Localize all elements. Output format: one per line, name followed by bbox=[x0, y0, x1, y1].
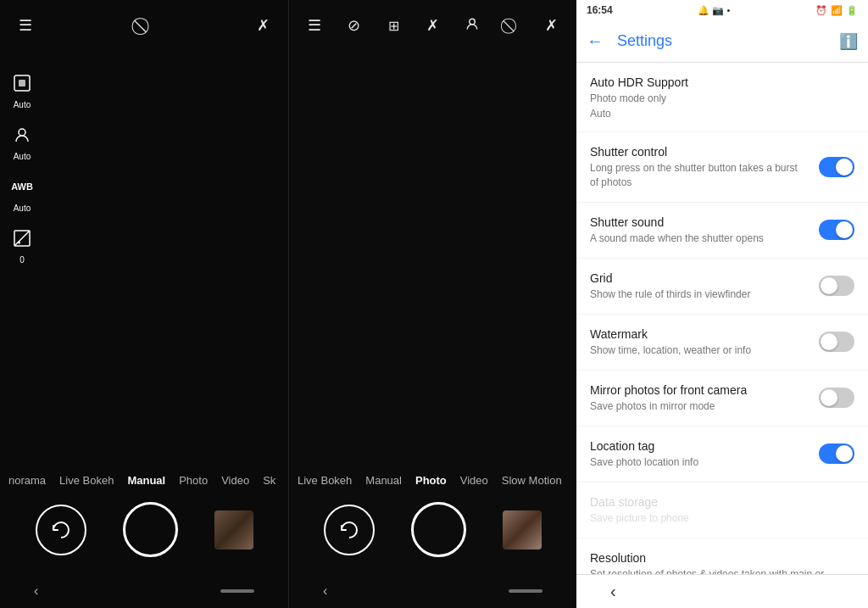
right-timer-off-icon[interactable]: ⃠ bbox=[500, 17, 524, 35]
exposure-icon bbox=[7, 223, 37, 254]
setting-mirror-photos-desc: Save photos in mirror mode bbox=[590, 399, 809, 414]
right-nav-back[interactable]: ‹ bbox=[323, 583, 327, 599]
status-notif-icons: 🔔 📷 • bbox=[698, 5, 730, 16]
battery-icon: 🔋 bbox=[846, 5, 858, 16]
mode-icon bbox=[7, 68, 37, 98]
right-mode-video[interactable]: Video bbox=[460, 474, 488, 487]
left-ctrl-awb[interactable]: AWB Auto bbox=[7, 171, 37, 213]
mode-manual[interactable]: Manual bbox=[127, 474, 165, 487]
left-camera-panel: ☰ ⃠ ✗ Auto Auto AWB Auto bbox=[0, 0, 288, 608]
setting-shutter-control-desc: Long press on the shutter button takes a… bbox=[590, 161, 809, 190]
left-flash-icon[interactable]: ✗ bbox=[251, 16, 275, 35]
setting-watermark[interactable]: Watermark Show time, location, weather o… bbox=[576, 315, 868, 371]
setting-auto-hdr-value: Auto bbox=[590, 108, 844, 120]
setting-grid-desc: Show the rule of thirds in viewfinder bbox=[590, 287, 809, 302]
right-mode-strip[interactable]: Live Bokeh Manual Photo Video Slow Motio… bbox=[289, 467, 576, 494]
right-menu-icon[interactable]: ☰ bbox=[303, 16, 326, 35]
right-nav-bar: ‹ bbox=[289, 574, 576, 608]
right-camera-panel: ☰ ⊘ ⊞ ✗ ⃠ ✗ Live Bokeh Manual Photo Vide… bbox=[288, 0, 576, 608]
setting-location-tag-toggle[interactable] bbox=[819, 443, 854, 464]
left-nav-back[interactable]: ‹ bbox=[34, 583, 38, 599]
right-tool-icon[interactable]: ⊞ bbox=[381, 18, 405, 34]
left-rotate-btn[interactable] bbox=[36, 505, 86, 555]
toggle-track bbox=[819, 443, 854, 464]
left-nav-pill bbox=[220, 589, 254, 593]
mode-photo[interactable]: Photo bbox=[179, 474, 208, 487]
setting-shutter-sound[interactable]: Shutter sound A sound made when the shut… bbox=[576, 203, 868, 259]
right-mode-live-bokeh[interactable]: Live Bokeh bbox=[298, 474, 352, 487]
toggle-knob bbox=[821, 389, 837, 406]
right-flash-off-icon[interactable]: ✗ bbox=[539, 16, 563, 35]
right-shutter-button[interactable] bbox=[411, 502, 466, 557]
left-timer-icon[interactable]: ⃠ bbox=[132, 16, 156, 36]
left-ctrl-awb-label: Auto bbox=[14, 204, 31, 213]
mode-live-bokeh[interactable]: Live Bokeh bbox=[59, 474, 114, 487]
left-ctrl-exposure[interactable]: 0 bbox=[7, 223, 37, 265]
setting-data-storage: Data storage Save picture to phone bbox=[576, 482, 868, 538]
setting-resolution-title: Resolution bbox=[590, 550, 844, 566]
left-camera-bottom: norama Live Bokeh Manual Photo Video Sk … bbox=[0, 467, 288, 608]
left-mode-strip[interactable]: norama Live Bokeh Manual Photo Video Sk bbox=[0, 467, 288, 494]
settings-info-icon[interactable]: ℹ️ bbox=[839, 32, 858, 51]
setting-shutter-control-title: Shutter control bbox=[590, 144, 809, 159]
left-menu-icon[interactable]: ☰ bbox=[14, 16, 37, 35]
left-ctrl-portrait[interactable]: Auto bbox=[7, 120, 37, 161]
right-mode-slow-motion[interactable]: Slow Motion bbox=[502, 474, 562, 487]
settings-footer: ‹ bbox=[576, 574, 868, 608]
setting-shutter-sound-text: Shutter sound A sound made when the shut… bbox=[590, 215, 819, 246]
setting-data-storage-text: Data storage Save picture to phone bbox=[590, 494, 854, 526]
right-rotate-btn[interactable] bbox=[324, 505, 375, 555]
right-gallery-thumb[interactable] bbox=[503, 510, 542, 549]
setting-shutter-sound-toggle[interactable] bbox=[819, 220, 854, 240]
settings-title: Settings bbox=[617, 32, 826, 50]
right-flash-icon[interactable]: ✗ bbox=[421, 16, 445, 35]
setting-shutter-control-text: Shutter control Long press on the shutte… bbox=[590, 144, 819, 190]
toggle-track bbox=[819, 157, 854, 177]
left-side-controls: Auto Auto AWB Auto 0 bbox=[7, 68, 37, 265]
mode-sk[interactable]: Sk bbox=[263, 474, 275, 487]
right-mode-photo[interactable]: Photo bbox=[415, 474, 447, 487]
toggle-knob bbox=[821, 277, 837, 294]
setting-shutter-sound-desc: A sound made when the shutter opens bbox=[590, 231, 809, 246]
setting-grid-text: Grid Show the rule of thirds in viewfind… bbox=[590, 271, 819, 302]
setting-shutter-control-toggle[interactable] bbox=[819, 157, 854, 177]
toggle-track bbox=[819, 332, 854, 352]
right-portrait-icon[interactable] bbox=[460, 16, 484, 36]
left-shutter-row bbox=[0, 494, 288, 574]
setting-grid-toggle[interactable] bbox=[819, 276, 854, 296]
setting-grid[interactable]: Grid Show the rule of thirds in viewfind… bbox=[576, 259, 868, 315]
portrait-icon bbox=[7, 120, 37, 150]
wifi-icon: 📶 bbox=[831, 5, 843, 16]
setting-data-storage-title: Data storage bbox=[590, 494, 844, 510]
right-mode-manual[interactable]: Manual bbox=[365, 474, 402, 487]
setting-location-tag[interactable]: Location tag Save photo location info bbox=[576, 427, 868, 482]
setting-location-tag-text: Location tag Save photo location info bbox=[590, 438, 819, 470]
svg-point-5 bbox=[470, 19, 476, 25]
svg-rect-1 bbox=[19, 80, 25, 86]
setting-auto-hdr[interactable]: Auto HDR Support Photo mode only Auto bbox=[576, 63, 868, 132]
left-ctrl-auto-label: Auto bbox=[14, 100, 31, 109]
setting-shutter-sound-title: Shutter sound bbox=[590, 215, 809, 230]
setting-resolution[interactable]: Resolution Set resolution of photos & vi… bbox=[576, 538, 868, 574]
settings-header: ← Settings ℹ️ bbox=[576, 20, 868, 63]
toggle-track bbox=[819, 388, 854, 408]
left-gallery-thumb[interactable] bbox=[214, 510, 253, 549]
settings-back-button[interactable]: ← bbox=[587, 31, 604, 51]
left-ctrl-exposure-label: 0 bbox=[19, 255, 25, 265]
status-bar: 16:54 🔔 📷 • ⏰ 📶 🔋 bbox=[576, 0, 868, 20]
mode-panorama[interactable]: norama bbox=[8, 474, 46, 487]
status-time: 16:54 bbox=[587, 4, 613, 16]
setting-mirror-photos-toggle[interactable] bbox=[819, 388, 854, 408]
right-search-icon[interactable]: ⊘ bbox=[342, 16, 366, 35]
alarm-icon: ⏰ bbox=[815, 5, 827, 16]
setting-shutter-control[interactable]: Shutter control Long press on the shutte… bbox=[576, 132, 868, 203]
setting-watermark-toggle[interactable] bbox=[819, 332, 854, 352]
setting-mirror-photos[interactable]: Mirror photos for front camera Save phot… bbox=[576, 371, 868, 427]
mode-video[interactable]: Video bbox=[221, 474, 249, 487]
left-ctrl-mode[interactable]: Auto bbox=[7, 68, 37, 109]
setting-location-tag-title: Location tag bbox=[590, 438, 809, 454]
settings-scroll[interactable]: Auto HDR Support Photo mode only Auto Sh… bbox=[576, 63, 868, 574]
settings-footer-back[interactable]: ‹ bbox=[610, 582, 616, 601]
right-nav-pill bbox=[509, 589, 542, 593]
left-shutter-button[interactable] bbox=[123, 502, 178, 557]
